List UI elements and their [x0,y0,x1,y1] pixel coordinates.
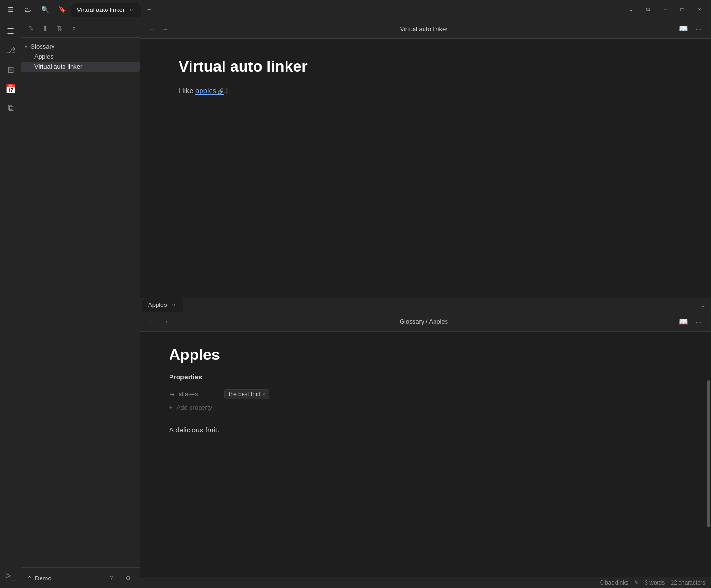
tab-apples[interactable]: Apples × [142,298,183,312]
edit-icon: ✎ [634,579,639,586]
top-pane-actions: 📖 ⋯ [677,22,705,35]
add-property-button[interactable]: + Add property [169,402,682,413]
sort-button[interactable]: ⇅ [53,22,66,34]
file-label-apples: Apples [34,53,53,60]
activity-bar: ☰ ⎇ ⊞ 📅 ⧉ >_ [0,19,21,588]
bottom-pane: Apples × + ⌄ ← → Glossary / Apples 📖 ⋯ [140,298,711,577]
title-bar-right: ⌄ ⧉ − □ × [623,3,707,16]
folder-arrow-icon: ▾ [25,44,27,49]
doc-body-suffix: .| [224,86,228,94]
words-status: 3 words [645,579,665,586]
words-text: 3 words [645,579,665,586]
sidebar-toolbar: ✎ ⬆ ⇅ × [21,19,140,38]
maximize-button[interactable]: □ [675,3,690,16]
top-more-icon[interactable]: ⋯ [692,22,705,35]
file-label-virtual-auto-linker: Virtual auto linker [34,63,82,70]
add-property-icon: + [169,404,173,411]
tab-bar: Virtual auto linker × + [69,3,623,17]
bottom-add-tab-button[interactable]: + [185,299,197,311]
add-tab-button[interactable]: + [143,4,155,15]
close-sidebar-button[interactable]: × [68,22,80,34]
scrollbar-track[interactable] [706,332,710,577]
bottom-more-icon[interactable]: ⋯ [692,315,705,328]
doc-body-prefix: I like [179,86,195,94]
add-property-label: Add property [177,404,212,411]
new-note-button[interactable]: ✎ [25,22,37,34]
doc-link-text: apples [195,86,216,94]
activity-calendar-icon[interactable]: 📅 [2,80,19,97]
bottom-book-icon[interactable]: 📖 [677,315,690,328]
aliases-value: the best fruit × [224,389,269,399]
backlinks-text: 0 backlinks [600,579,628,586]
title-bar-left: ☰ 🗁 🔍 🔖 [4,3,69,16]
title-bar: ☰ 🗁 🔍 🔖 Virtual auto linker × + ⌄ ⧉ − □ … [0,0,711,19]
bottom-tab-close-button[interactable]: × [170,301,178,309]
bottom-pane-content: Apples Properties ↪ aliases the best fru… [140,332,711,577]
workspace-label: Demo [35,575,52,582]
minimize-button[interactable]: − [658,3,673,16]
alias-tag-text: the best fruit [229,391,260,398]
activity-graph-icon[interactable]: ⎇ [2,42,19,59]
settings-button[interactable]: ⚙ [122,572,134,584]
search-icon[interactable]: 🔍 [38,3,52,16]
aliases-key: ↪ aliases [169,390,217,398]
sidebar-toggle-icon[interactable]: ☰ [4,3,17,16]
workspace-selector[interactable]: ⌃ Demo [27,575,52,582]
bottom-pane-breadcrumb: Glossary / Apples [171,318,677,325]
help-button[interactable]: ? [106,572,118,584]
bottom-tab-right: ⌄ [698,299,709,311]
bottom-pane-actions: 📖 ⋯ [677,315,705,328]
close-button[interactable]: × [692,3,707,16]
top-pane: ← → Virtual auto linker 📖 ⋯ Virtual auto… [140,19,711,298]
bottom-doc-title: Apples [169,346,682,364]
tab-label: Virtual auto linker [77,6,125,13]
scrollbar-thumb[interactable] [707,380,710,527]
sidebar-item-virtual-auto-linker[interactable]: Virtual auto linker [21,62,140,72]
split-button[interactable]: ⧉ [640,3,656,16]
bottom-collapse-button[interactable]: ⌄ [698,299,709,311]
aliases-key-label: aliases [179,390,198,398]
activity-pages-icon[interactable]: ⧉ [2,99,19,116]
bottom-nav-back-button[interactable]: ← [146,316,158,327]
top-doc-title: Virtual auto linker [179,58,673,75]
activity-files-icon[interactable]: ☰ [2,23,19,40]
apples-link[interactable]: apples🔗 [195,86,224,95]
chars-status: 12 characters [670,579,705,586]
bottom-tab-label: Apples [148,301,167,308]
sidebar: ✎ ⬆ ⇅ × ▾ Glossary Apples Virtual auto l… [21,19,140,588]
upload-button[interactable]: ⬆ [39,22,52,34]
top-pane-header: ← → Virtual auto linker 📖 ⋯ [140,19,711,39]
top-pane-title: Virtual auto linker [171,25,677,32]
bottom-tab-bar: Apples × + ⌄ [140,298,711,312]
bookmark-icon[interactable]: 🔖 [55,3,69,16]
tab-close-button[interactable]: × [127,6,135,14]
activity-grid-icon[interactable]: ⊞ [2,61,19,78]
folder-glossary[interactable]: ▾ Glossary [21,42,140,52]
top-pane-nav: ← → [146,23,171,34]
tab-virtual-auto-linker[interactable]: Virtual auto linker × [71,3,141,17]
alias-tag[interactable]: the best fruit × [224,389,269,399]
top-nav-forward-button[interactable]: → [159,23,171,34]
sidebar-item-apples[interactable]: Apples [21,52,140,62]
properties-heading: Properties [169,373,682,381]
top-pane-content[interactable]: Virtual auto linker I like apples🔗.| [140,39,711,298]
top-book-icon[interactable]: 📖 [677,22,690,35]
workspace-chevron-icon: ⌃ [27,575,32,582]
bottom-pane-nav: ← → [146,316,171,327]
aliases-property-row: ↪ aliases the best fruit × [169,387,682,402]
properties-section: Properties ↪ aliases the best fruit × [169,373,682,413]
activity-terminal-icon[interactable]: >_ [2,567,19,584]
bottom-pane-header: ← → Glossary / Apples 📖 ⋯ [140,312,711,332]
alias-tag-remove-button[interactable]: × [262,391,265,397]
backlinks-status: 0 backlinks [600,579,628,586]
top-nav-back-button[interactable]: ← [146,23,158,34]
link-icon: 🔗 [217,88,224,94]
bottom-doc-body: A delicious fruit. [169,424,682,436]
edit-status: ✎ [634,579,639,586]
folder-label: Glossary [30,43,54,50]
bottom-nav-forward-button[interactable]: → [159,316,171,327]
folder-icon[interactable]: 🗁 [21,3,34,16]
chars-text: 12 characters [670,579,705,586]
status-bar: 0 backlinks ✎ 3 words 12 characters [140,577,711,588]
dropdown-button[interactable]: ⌄ [623,3,638,16]
